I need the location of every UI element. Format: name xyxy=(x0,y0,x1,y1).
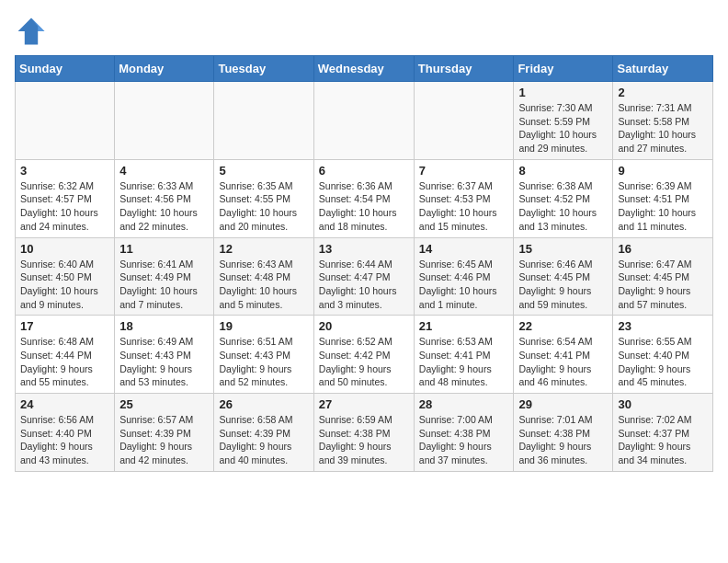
day-header-tuesday: Tuesday xyxy=(214,56,313,82)
calendar-cell: 17Sunrise: 6:48 AM Sunset: 4:44 PM Dayli… xyxy=(16,316,115,394)
day-number: 28 xyxy=(419,397,509,411)
calendar-cell xyxy=(16,82,115,160)
calendar-cell: 27Sunrise: 6:59 AM Sunset: 4:38 PM Dayli… xyxy=(313,394,414,472)
day-number: 16 xyxy=(618,242,708,256)
calendar-cell: 28Sunrise: 7:00 AM Sunset: 4:38 PM Dayli… xyxy=(414,394,514,472)
day-info: Sunrise: 7:00 AM Sunset: 4:38 PM Dayligh… xyxy=(419,413,509,467)
calendar-cell: 22Sunrise: 6:54 AM Sunset: 4:41 PM Dayli… xyxy=(514,316,613,394)
calendar-cell: 8Sunrise: 6:38 AM Sunset: 4:52 PM Daylig… xyxy=(514,159,613,237)
calendar-cell: 21Sunrise: 6:53 AM Sunset: 4:41 PM Dayli… xyxy=(414,316,514,394)
day-info: Sunrise: 6:53 AM Sunset: 4:41 PM Dayligh… xyxy=(419,335,509,389)
day-number: 13 xyxy=(319,242,409,256)
calendar-cell: 10Sunrise: 6:40 AM Sunset: 4:50 PM Dayli… xyxy=(16,237,115,316)
day-number: 3 xyxy=(20,164,109,178)
header-row: SundayMondayTuesdayWednesdayThursdayFrid… xyxy=(16,56,713,82)
calendar-week-1: 1Sunrise: 7:30 AM Sunset: 5:59 PM Daylig… xyxy=(16,82,713,160)
day-info: Sunrise: 6:55 AM Sunset: 4:40 PM Dayligh… xyxy=(618,335,708,389)
day-info: Sunrise: 6:46 AM Sunset: 4:45 PM Dayligh… xyxy=(518,258,608,312)
day-header-monday: Monday xyxy=(115,56,214,82)
calendar-week-5: 24Sunrise: 6:56 AM Sunset: 4:40 PM Dayli… xyxy=(16,394,713,472)
day-info: Sunrise: 6:36 AM Sunset: 4:54 PM Dayligh… xyxy=(319,179,409,234)
calendar-cell xyxy=(115,82,214,160)
calendar-cell: 1Sunrise: 7:30 AM Sunset: 5:59 PM Daylig… xyxy=(514,82,613,160)
day-info: Sunrise: 6:51 AM Sunset: 4:43 PM Dayligh… xyxy=(219,335,308,389)
calendar-cell: 13Sunrise: 6:44 AM Sunset: 4:47 PM Dayli… xyxy=(313,237,414,316)
day-info: Sunrise: 6:48 AM Sunset: 4:44 PM Dayligh… xyxy=(20,335,109,389)
day-number: 23 xyxy=(618,319,708,333)
day-info: Sunrise: 6:37 AM Sunset: 4:53 PM Dayligh… xyxy=(419,179,509,234)
day-info: Sunrise: 6:49 AM Sunset: 4:43 PM Dayligh… xyxy=(119,335,209,389)
calendar-cell: 18Sunrise: 6:49 AM Sunset: 4:43 PM Dayli… xyxy=(115,316,214,394)
day-number: 2 xyxy=(618,86,708,99)
day-header-wednesday: Wednesday xyxy=(313,56,414,82)
day-header-sunday: Sunday xyxy=(16,56,115,82)
calendar-header: SundayMondayTuesdayWednesdayThursdayFrid… xyxy=(16,56,713,82)
day-info: Sunrise: 7:02 AM Sunset: 4:37 PM Dayligh… xyxy=(618,413,708,467)
day-header-thursday: Thursday xyxy=(414,56,514,82)
calendar-cell: 12Sunrise: 6:43 AM Sunset: 4:48 PM Dayli… xyxy=(214,237,313,316)
day-number: 4 xyxy=(119,164,209,178)
calendar-body: 1Sunrise: 7:30 AM Sunset: 5:59 PM Daylig… xyxy=(16,82,713,472)
day-number: 10 xyxy=(20,242,109,256)
calendar-cell: 19Sunrise: 6:51 AM Sunset: 4:43 PM Dayli… xyxy=(214,316,313,394)
day-info: Sunrise: 7:30 AM Sunset: 5:59 PM Dayligh… xyxy=(518,101,608,155)
calendar-cell: 2Sunrise: 7:31 AM Sunset: 5:58 PM Daylig… xyxy=(613,82,713,160)
day-number: 6 xyxy=(319,164,409,178)
day-info: Sunrise: 6:56 AM Sunset: 4:40 PM Dayligh… xyxy=(20,413,109,467)
day-info: Sunrise: 6:58 AM Sunset: 4:39 PM Dayligh… xyxy=(219,413,308,467)
calendar-cell: 3Sunrise: 6:32 AM Sunset: 4:57 PM Daylig… xyxy=(16,159,115,237)
day-info: Sunrise: 6:40 AM Sunset: 4:50 PM Dayligh… xyxy=(20,258,109,312)
calendar-week-2: 3Sunrise: 6:32 AM Sunset: 4:57 PM Daylig… xyxy=(16,159,713,237)
day-header-friday: Friday xyxy=(514,56,613,82)
day-number: 15 xyxy=(518,242,608,256)
day-number: 17 xyxy=(20,319,109,333)
calendar-cell: 6Sunrise: 6:36 AM Sunset: 4:54 PM Daylig… xyxy=(313,159,414,237)
page-header xyxy=(15,15,713,48)
logo-icon xyxy=(15,15,48,48)
calendar-cell: 15Sunrise: 6:46 AM Sunset: 4:45 PM Dayli… xyxy=(514,237,613,316)
calendar-cell: 24Sunrise: 6:56 AM Sunset: 4:40 PM Dayli… xyxy=(16,394,115,472)
day-info: Sunrise: 6:57 AM Sunset: 4:39 PM Dayligh… xyxy=(119,413,209,467)
calendar-cell: 14Sunrise: 6:45 AM Sunset: 4:46 PM Dayli… xyxy=(414,237,514,316)
day-number: 12 xyxy=(219,242,308,256)
calendar-cell: 23Sunrise: 6:55 AM Sunset: 4:40 PM Dayli… xyxy=(613,316,713,394)
calendar-cell xyxy=(214,82,313,160)
day-info: Sunrise: 6:38 AM Sunset: 4:52 PM Dayligh… xyxy=(518,179,608,234)
day-number: 24 xyxy=(20,397,109,411)
calendar-cell: 29Sunrise: 7:01 AM Sunset: 4:38 PM Dayli… xyxy=(514,394,613,472)
calendar-cell: 11Sunrise: 6:41 AM Sunset: 4:49 PM Dayli… xyxy=(115,237,214,316)
calendar-week-3: 10Sunrise: 6:40 AM Sunset: 4:50 PM Dayli… xyxy=(16,237,713,316)
calendar-cell: 16Sunrise: 6:47 AM Sunset: 4:45 PM Dayli… xyxy=(613,237,713,316)
day-number: 25 xyxy=(119,397,209,411)
day-info: Sunrise: 6:52 AM Sunset: 4:42 PM Dayligh… xyxy=(319,335,409,389)
day-number: 26 xyxy=(219,397,308,411)
calendar-cell xyxy=(313,82,414,160)
day-number: 21 xyxy=(419,319,509,333)
day-number: 20 xyxy=(319,319,409,333)
day-number: 29 xyxy=(518,397,608,411)
calendar-cell: 4Sunrise: 6:33 AM Sunset: 4:56 PM Daylig… xyxy=(115,159,214,237)
calendar-cell: 26Sunrise: 6:58 AM Sunset: 4:39 PM Dayli… xyxy=(214,394,313,472)
calendar-cell: 25Sunrise: 6:57 AM Sunset: 4:39 PM Dayli… xyxy=(115,394,214,472)
day-info: Sunrise: 6:39 AM Sunset: 4:51 PM Dayligh… xyxy=(618,179,708,234)
calendar-cell: 5Sunrise: 6:35 AM Sunset: 4:55 PM Daylig… xyxy=(214,159,313,237)
day-number: 5 xyxy=(219,164,308,178)
day-info: Sunrise: 7:31 AM Sunset: 5:58 PM Dayligh… xyxy=(618,101,708,155)
day-number: 9 xyxy=(618,164,708,178)
day-info: Sunrise: 6:54 AM Sunset: 4:41 PM Dayligh… xyxy=(518,335,608,389)
calendar-cell xyxy=(414,82,514,160)
day-info: Sunrise: 6:44 AM Sunset: 4:47 PM Dayligh… xyxy=(319,258,409,312)
day-info: Sunrise: 6:33 AM Sunset: 4:56 PM Dayligh… xyxy=(119,179,209,234)
day-number: 1 xyxy=(518,86,608,99)
day-number: 14 xyxy=(419,242,509,256)
day-number: 7 xyxy=(419,164,509,178)
calendar-cell: 20Sunrise: 6:52 AM Sunset: 4:42 PM Dayli… xyxy=(313,316,414,394)
calendar-table: SundayMondayTuesdayWednesdayThursdayFrid… xyxy=(15,55,713,472)
day-number: 27 xyxy=(319,397,409,411)
day-info: Sunrise: 6:35 AM Sunset: 4:55 PM Dayligh… xyxy=(219,179,308,234)
day-info: Sunrise: 6:59 AM Sunset: 4:38 PM Dayligh… xyxy=(319,413,409,467)
calendar-cell: 30Sunrise: 7:02 AM Sunset: 4:37 PM Dayli… xyxy=(613,394,713,472)
day-info: Sunrise: 6:43 AM Sunset: 4:48 PM Dayligh… xyxy=(219,258,308,312)
day-info: Sunrise: 6:41 AM Sunset: 4:49 PM Dayligh… xyxy=(119,258,209,312)
day-number: 18 xyxy=(119,319,209,333)
